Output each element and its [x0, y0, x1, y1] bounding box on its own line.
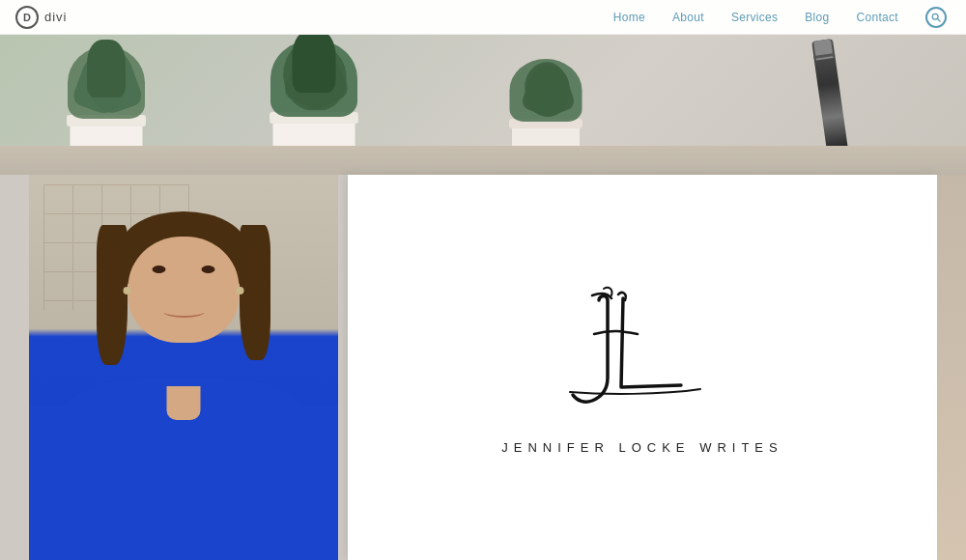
jl-monogram-svg [546, 281, 739, 426]
brand-name: JENNIFER LOCKE WRITES [501, 440, 782, 455]
logo-area[interactable]: D divi [15, 6, 68, 29]
portrait [29, 175, 338, 560]
nav-home[interactable]: Home [613, 11, 645, 24]
main-nav: Home About Services Blog Contact [613, 7, 947, 28]
right-sidebar-hint [937, 175, 966, 560]
logo-letter: D [23, 12, 31, 23]
logo-panel: JENNIFER LOCKE WRITES [348, 175, 937, 560]
nav-blog[interactable]: Blog [805, 11, 829, 24]
svg-line-1 [937, 18, 940, 21]
photo-panel [29, 175, 338, 560]
nav-contact[interactable]: Contact [857, 11, 898, 24]
search-button[interactable] [925, 7, 947, 28]
nav-about[interactable]: About [672, 11, 704, 24]
logo-name: divi [44, 10, 68, 24]
header: D divi Home About Services Blog Contact [0, 0, 966, 35]
content-area: JENNIFER LOCKE WRITES [0, 175, 966, 560]
nav-services[interactable]: Services [731, 11, 778, 24]
pen-object [819, 40, 840, 151]
hero-section [0, 35, 966, 175]
search-icon [931, 13, 941, 22]
divi-logo-circle: D [15, 6, 39, 29]
